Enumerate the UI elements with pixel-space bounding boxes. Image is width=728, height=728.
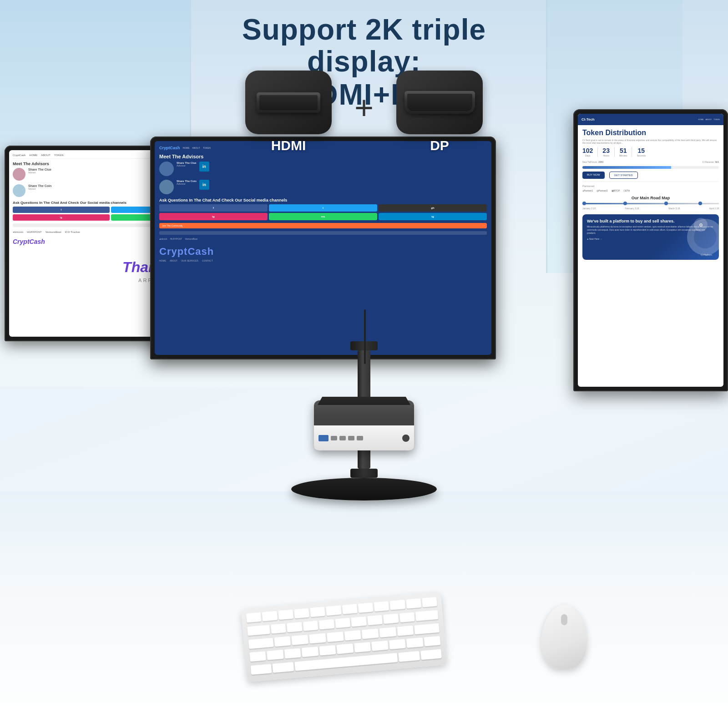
center-facebook-btn[interactable]: f (159, 204, 268, 212)
key[interactable] (367, 615, 383, 625)
key[interactable] (309, 633, 326, 643)
center-brand-footer: CryptCash (159, 246, 487, 258)
key[interactable] (278, 610, 293, 620)
right-token-desc: CI-Tech goal is set to remain in the are… (582, 139, 719, 144)
right-roadmap-section: Our Main Road Map January 2.18 February … (582, 196, 719, 210)
key[interactable] (354, 642, 371, 652)
dp-label: DP (430, 138, 449, 153)
key[interactable] (374, 601, 389, 612)
key[interactable] (351, 616, 367, 627)
key[interactable] (310, 607, 325, 617)
key[interactable] (335, 618, 350, 628)
center-instagram-btn[interactable]: ig (159, 213, 268, 220)
key[interactable] (249, 652, 266, 662)
key[interactable] (362, 628, 379, 639)
key[interactable] (274, 636, 291, 647)
key[interactable] (302, 647, 318, 657)
left-facebook-btn[interactable]: f (13, 207, 110, 213)
key[interactable] (383, 613, 399, 624)
key[interactable] (371, 641, 388, 651)
center-whatsapp-btn[interactable]: wa (269, 213, 377, 220)
mouse (541, 605, 587, 669)
center-search-bar[interactable] (159, 231, 487, 235)
key[interactable] (399, 612, 415, 622)
right-progress-info: New TalForum: 2950 CI Reserve: N/A (582, 161, 719, 163)
key[interactable] (271, 623, 286, 634)
key[interactable] (287, 622, 302, 632)
right-progress-ci: CI Reserve: N/A (703, 161, 719, 163)
key[interactable] (406, 637, 423, 648)
key[interactable] (294, 608, 309, 619)
hdmi-label: HDMI (271, 138, 306, 153)
key[interactable] (406, 598, 421, 609)
key[interactable] (247, 625, 270, 636)
key[interactable] (292, 635, 308, 645)
center-footer-contact: CONTACT (202, 259, 213, 262)
key[interactable] (326, 605, 341, 616)
key[interactable] (246, 612, 262, 623)
right-getstarted-btn[interactable]: GET STARTED (609, 172, 638, 179)
key[interactable] (248, 637, 273, 649)
left-advisor-avatar-2 (13, 184, 25, 197)
stand-arm-bottom (350, 469, 378, 478)
center-twitter-btn[interactable]: t (269, 204, 377, 212)
center-advisor-info-2: Share The Coin Advisor (177, 180, 197, 194)
cable (364, 309, 366, 364)
key[interactable] (262, 611, 278, 622)
key[interactable] (342, 604, 357, 614)
key[interactable] (415, 610, 438, 621)
key[interactable] (389, 639, 406, 650)
center-telegram-btn[interactable]: tg (379, 213, 487, 220)
monitor-right-screen: CI-Tech HOME ABOUT TOKEN Token Distribut… (578, 114, 723, 387)
right-platform-icon: ⚙ (694, 218, 708, 232)
right-nav-items: HOME ABOUT TOKEN (698, 118, 720, 121)
center-brand: CryptCash (159, 146, 180, 150)
key[interactable] (390, 600, 405, 610)
monitor-center: CryptCash HOME ABOUT TOKEN Meet The Advi… (150, 136, 496, 359)
key[interactable] (267, 650, 284, 660)
right-buy-btn[interactable]: BUY NOW (582, 172, 605, 179)
pc-port-3 (348, 436, 354, 440)
key[interactable] (415, 623, 440, 634)
right-stat-days: 102 Days (582, 147, 593, 157)
center-footer-about: ABOUT (170, 259, 177, 262)
key[interactable] (422, 597, 437, 607)
key[interactable] (397, 625, 414, 636)
key[interactable] (251, 664, 272, 675)
right-roadmap-line (582, 203, 719, 204)
center-nav-token: TOKEN (203, 147, 211, 149)
key[interactable] (344, 630, 361, 640)
key[interactable] (319, 645, 336, 656)
key[interactable] (303, 621, 318, 631)
pc-power-button[interactable] (402, 435, 410, 442)
monitor-center-bezel: CryptCash HOME ABOUT TOKEN Meet The Advi… (150, 136, 496, 359)
center-advisor-row-2: Share The Coin Advisor in (159, 180, 487, 194)
roadmap-label-4: April 2.18 (709, 207, 719, 210)
center-cta-button[interactable]: Join The Community (159, 223, 487, 228)
key[interactable] (327, 632, 344, 642)
key[interactable] (399, 651, 420, 662)
key[interactable] (379, 627, 396, 637)
center-advisors-title: Meet The Advisors (159, 154, 487, 159)
center-screen-content: CryptCash HOME ABOUT TOKEN Meet The Advi… (155, 141, 491, 267)
btc-logo: ●bitcoin (13, 231, 23, 233)
mouse-body[interactable] (541, 605, 587, 669)
stand-base (291, 478, 437, 500)
right-nav-token: TOKEN (713, 118, 720, 121)
key[interactable] (273, 662, 294, 673)
key[interactable] (337, 644, 354, 654)
dp-connector-icon (404, 91, 475, 114)
center-github-btn[interactable]: gh (379, 204, 487, 212)
key[interactable] (358, 602, 374, 613)
right-brand: CI-Tech (581, 117, 595, 121)
key[interactable] (424, 636, 440, 647)
key[interactable] (420, 649, 442, 660)
right-token-title: Token Distribution (582, 129, 719, 137)
roadmap-dot-2 (623, 202, 627, 205)
right-stat-hours: 23 Hours (602, 147, 610, 157)
left-instagram-btn[interactable]: ig (13, 214, 110, 221)
key[interactable] (284, 648, 301, 659)
center-advisor-avatar-2 (159, 180, 174, 194)
key[interactable] (319, 619, 334, 630)
center-advisor-info-1: Share The Clue Advisor (177, 162, 197, 176)
